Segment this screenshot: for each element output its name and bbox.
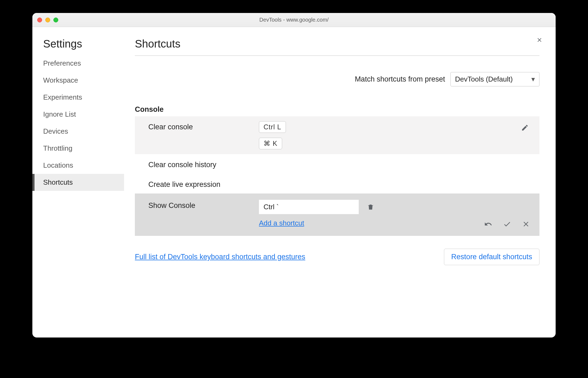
preset-label: Match shortcuts from preset — [355, 75, 445, 83]
window-title: DevTools - www.google.com/ — [32, 17, 556, 23]
cancel-button[interactable] — [521, 219, 531, 230]
help-link[interactable]: Full list of DevTools keyboard shortcuts… — [135, 253, 305, 261]
restore-defaults-button[interactable]: Restore default shortcuts — [444, 249, 539, 265]
delete-shortcut-button[interactable] — [364, 201, 377, 214]
sidebar-item-label: Devices — [43, 127, 68, 135]
app-window: DevTools - www.google.com/ Settings Pref… — [32, 13, 556, 338]
keycap: Ctrl L — [259, 121, 286, 133]
sidebar-item-label: Throttling — [43, 144, 72, 152]
sidebar-item-label: Locations — [43, 161, 73, 169]
minimize-window-button[interactable] — [45, 18, 50, 22]
preset-row: Match shortcuts from preset DevTools (De… — [135, 72, 539, 86]
shortcut-name: Create live expression — [148, 179, 259, 189]
sidebar-item-shortcuts[interactable]: Shortcuts — [32, 174, 124, 191]
shortcut-row-show-console-editing: Show Console Add a shortcut — [135, 194, 539, 236]
page-title: Shortcuts — [135, 38, 539, 56]
sidebar-item-devices[interactable]: Devices — [32, 123, 124, 140]
shortcut-name: Show Console — [148, 200, 259, 210]
footer-row: Full list of DevTools keyboard shortcuts… — [135, 249, 539, 265]
check-icon — [503, 220, 511, 228]
preset-select[interactable]: DevTools (Default) ▾ — [450, 72, 539, 86]
close-settings-button[interactable] — [534, 35, 545, 45]
sidebar-item-workspace[interactable]: Workspace — [32, 72, 124, 89]
sidebar-item-locations[interactable]: Locations — [32, 157, 124, 174]
undo-icon — [484, 220, 492, 228]
confirm-button[interactable] — [502, 219, 512, 230]
edit-actions — [483, 219, 531, 230]
sidebar-item-label: Shortcuts — [43, 178, 73, 186]
sidebar-item-preferences[interactable]: Preferences — [32, 55, 124, 72]
sidebar-item-label: Preferences — [43, 59, 81, 67]
shortcut-row-clear-console: Clear console Ctrl L ⌘ K — [135, 116, 539, 154]
shortcut-row-create-live: Create live expression — [135, 174, 539, 194]
chevron-down-icon: ▾ — [531, 75, 535, 83]
sidebar-item-label: Experiments — [43, 93, 82, 101]
undo-button[interactable] — [483, 219, 494, 230]
close-icon — [536, 37, 543, 43]
maximize-window-button[interactable] — [53, 18, 58, 22]
edit-shortcut-button[interactable] — [518, 121, 531, 134]
trash-icon — [367, 203, 374, 211]
settings-sidebar: Settings Preferences Workspace Experimen… — [32, 27, 124, 338]
close-icon — [522, 220, 530, 228]
sidebar-item-experiments[interactable]: Experiments — [32, 89, 124, 106]
keycap: ⌘ K — [259, 138, 282, 149]
titlebar[interactable]: DevTools - www.google.com/ — [32, 13, 556, 27]
add-shortcut-link[interactable]: Add a shortcut — [259, 219, 304, 227]
sidebar-item-throttling[interactable]: Throttling — [32, 140, 124, 157]
shortcut-input[interactable] — [259, 200, 359, 214]
shortcut-row-clear-history: Clear console history — [135, 154, 539, 174]
sidebar-item-ignore-list[interactable]: Ignore List — [32, 106, 124, 123]
traffic-lights — [37, 18, 58, 22]
pencil-icon — [521, 124, 529, 131]
sidebar-title: Settings — [32, 38, 124, 55]
sidebar-item-label: Workspace — [43, 76, 78, 84]
sidebar-item-label: Ignore List — [43, 110, 76, 118]
preset-select-value: DevTools (Default) — [455, 75, 513, 83]
section-header-console: Console — [135, 105, 539, 114]
close-window-button[interactable] — [37, 18, 42, 22]
shortcut-name: Clear console — [148, 121, 259, 131]
main-panel: Shortcuts Match shortcuts from preset De… — [124, 27, 556, 338]
shortcut-keys: Ctrl L ⌘ K — [259, 121, 518, 149]
shortcut-name: Clear console history — [148, 159, 259, 169]
